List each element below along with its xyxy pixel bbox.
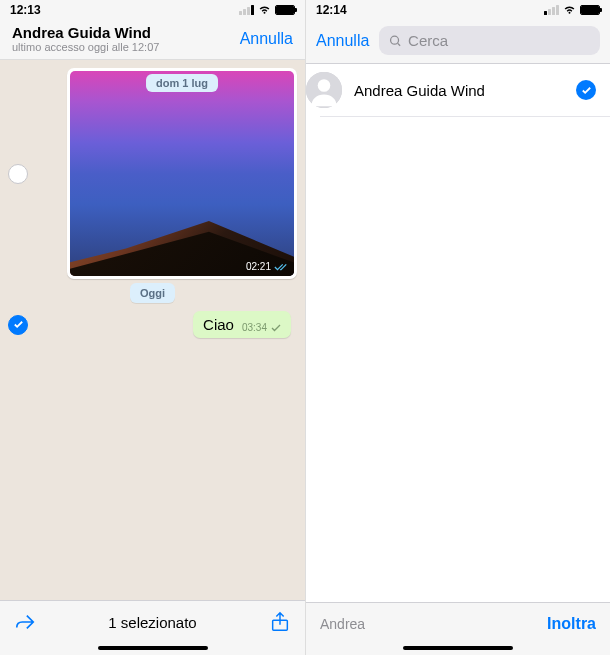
selection-toolbar: 1 selezionato <box>0 600 305 655</box>
sent-tick-icon <box>269 323 283 333</box>
chat-title: Andrea Guida Wind <box>12 24 240 41</box>
cancel-button[interactable]: Annulla <box>240 24 293 48</box>
read-ticks-icon <box>274 262 288 272</box>
battery-icon <box>275 5 295 15</box>
contact-name: Andrea Guida Wind <box>354 82 564 99</box>
forward-icon[interactable] <box>14 611 36 633</box>
search-field[interactable] <box>379 26 600 55</box>
status-bar: 12:13 <box>0 0 305 20</box>
selection-radio-checked[interactable] <box>8 315 28 335</box>
wifi-icon <box>563 5 576 15</box>
date-separator: Oggi <box>0 283 305 303</box>
selected-check-icon[interactable] <box>576 80 596 100</box>
message-time: 03:34 <box>242 322 283 333</box>
home-indicator[interactable] <box>403 646 513 650</box>
cellular-icon <box>239 5 254 15</box>
date-pill: dom 1 lug <box>146 74 218 92</box>
chat-selection-screen: 12:13 Andrea Guida Wind ultimo accesso o… <box>0 0 305 655</box>
wifi-icon <box>258 5 271 15</box>
status-bar: 12:14 <box>306 0 610 20</box>
selection-radio-unchecked[interactable] <box>8 164 28 184</box>
image-message-bubble[interactable]: dom 1 lug 02:21 <box>67 68 297 279</box>
contact-row[interactable]: Andrea Guida Wind <box>306 64 610 117</box>
message-image: 02:21 <box>70 71 294 276</box>
svg-line-2 <box>398 43 400 45</box>
contact-list[interactable]: Andrea Guida Wind <box>306 64 610 602</box>
search-header: Annulla <box>306 20 610 64</box>
message-text: Ciao <box>203 316 234 333</box>
status-time: 12:13 <box>10 3 41 17</box>
avatar <box>306 72 342 108</box>
status-indicators <box>239 5 295 15</box>
chat-header: Andrea Guida Wind ultimo accesso oggi al… <box>0 20 305 60</box>
chat-header-info: Andrea Guida Wind ultimo accesso oggi al… <box>12 24 240 53</box>
cancel-button[interactable]: Annulla <box>316 32 369 50</box>
message-row[interactable]: Ciao 03:34 <box>0 309 305 340</box>
chat-body[interactable]: dom 1 lug 02:21 Oggi <box>0 60 305 600</box>
search-input[interactable] <box>408 32 590 49</box>
text-message-bubble[interactable]: Ciao 03:34 <box>193 311 291 338</box>
search-icon <box>389 34 402 48</box>
message-time: 02:21 <box>246 261 288 272</box>
selected-recipient: Andrea <box>320 616 365 632</box>
cellular-icon <box>544 5 559 15</box>
share-icon[interactable] <box>269 611 291 633</box>
battery-icon <box>580 5 600 15</box>
forward-button[interactable]: Inoltra <box>547 615 596 633</box>
status-indicators <box>544 5 600 15</box>
svg-point-1 <box>391 36 399 44</box>
status-time: 12:14 <box>316 3 347 17</box>
home-indicator[interactable] <box>98 646 208 650</box>
forward-toolbar: Andrea Inoltra <box>306 602 610 655</box>
last-seen: ultimo accesso oggi alle 12:07 <box>12 41 240 53</box>
selection-count: 1 selezionato <box>108 614 196 631</box>
svg-point-4 <box>318 79 331 92</box>
forward-picker-screen: 12:14 Annulla Andrea Guida Wind <box>305 0 610 655</box>
message-row[interactable]: dom 1 lug 02:21 <box>0 66 305 281</box>
